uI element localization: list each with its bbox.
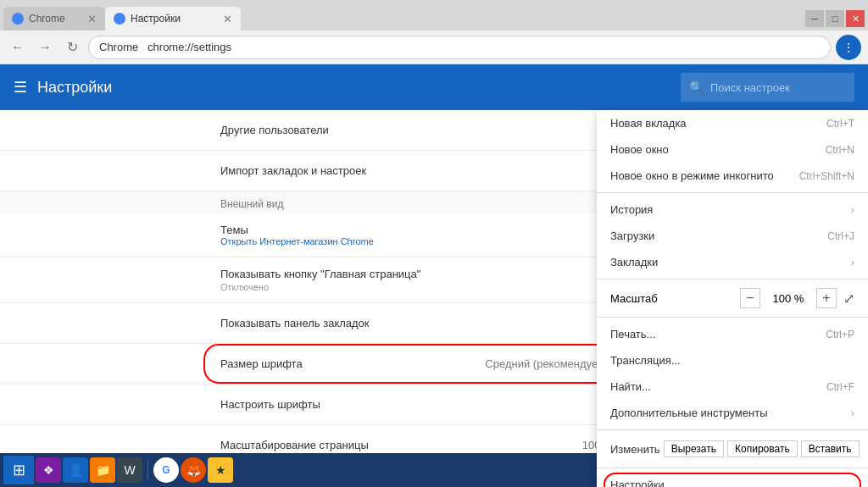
hamburger-icon[interactable]: ☰	[14, 78, 27, 97]
forward-button[interactable]: →	[34, 36, 56, 58]
settings-title: Настройки	[37, 79, 112, 97]
row-sub: Открыть Интернет-магазин Chrome	[220, 236, 627, 246]
start-icon: ⊞	[13, 461, 25, 479]
address-input[interactable]	[88, 36, 831, 59]
row-label: Масштабирование страницы	[220, 439, 582, 451]
tab-active-label: Настройки	[131, 13, 181, 25]
window-controls: ─ □ ✕	[805, 10, 865, 27]
taskbar-icon-star[interactable]: ★	[208, 457, 233, 483]
zoom-minus-button[interactable]: −	[740, 288, 760, 308]
settings-row-bookmarks-bar[interactable]: Показывать панель закладок	[0, 303, 644, 344]
taskbar-icon-1[interactable]: ❖	[36, 457, 61, 483]
tab-inactive-label: Chrome	[29, 13, 65, 25]
refresh-button[interactable]: ↻	[61, 36, 83, 58]
main-area: ☰ Настройки 🔍 Другие пользователи ›	[0, 64, 868, 487]
start-button[interactable]: ⊞	[3, 456, 34, 484]
close-button[interactable]: ✕	[846, 10, 865, 27]
settings-row-other-users[interactable]: Другие пользователи ›	[0, 110, 644, 151]
zoom-row: Масштаб − 100 % + ⤢	[597, 283, 868, 313]
menu-item-find[interactable]: Найти... Ctrl+F	[597, 374, 868, 400]
tab-favicon-active	[114, 13, 125, 25]
tab-close-inactive[interactable]: ✕	[87, 13, 97, 25]
row-label: Показывать кнопку "Главная страница"	[220, 268, 627, 280]
menu-item-more-tools[interactable]: Дополнительные инструменты ›	[597, 400, 868, 426]
zoom-label: Масштаб	[610, 292, 733, 305]
settings-row-customize-fonts[interactable]: Настроить шрифты ›	[0, 385, 644, 425]
tab-close-active[interactable]: ✕	[223, 13, 232, 25]
zoom-expand-icon[interactable]: ⤢	[843, 291, 854, 307]
tab-bar: Chrome ✕ Настройки ✕ ─ □ ✕	[0, 0, 868, 30]
row-label: Импорт закладок и настроек	[220, 164, 627, 177]
settings-row-home[interactable]: Показывать кнопку "Главная страница" Отк…	[0, 257, 644, 303]
settings-header: ☰ Настройки 🔍	[0, 64, 868, 110]
row-label: Показывать панель закладок	[220, 317, 627, 329]
taskbar-icon-3[interactable]: 📁	[90, 457, 115, 483]
back-button[interactable]: ←	[7, 36, 29, 58]
search-icon: 🔍	[689, 80, 704, 94]
menu-item-cast[interactable]: Трансляция...	[597, 347, 868, 374]
zoom-plus-button[interactable]: +	[816, 288, 837, 308]
tab-inactive[interactable]: Chrome ✕	[3, 7, 105, 30]
settings-content: Другие пользователи › Импорт закладок и …	[0, 110, 644, 487]
dropdown-menu: Новая вкладка Ctrl+T Новое окно Ctrl+N Н…	[597, 110, 868, 487]
maximize-button[interactable]: □	[826, 10, 844, 27]
divider	[597, 429, 868, 430]
row-sub: Отключено	[220, 282, 627, 292]
copy-button[interactable]: Копировать	[727, 440, 798, 457]
menu-item-bookmarks[interactable]: Закладки ›	[597, 249, 868, 275]
divider	[597, 468, 868, 468]
taskbar-separator	[147, 460, 148, 480]
edit-row: Изменить Вырезать Копировать Вставить	[597, 434, 868, 464]
search-input[interactable]	[710, 81, 846, 94]
divider	[597, 192, 868, 193]
menu-item-settings[interactable]: Настройки	[597, 472, 868, 487]
taskbar-icon-chrome[interactable]: G	[153, 457, 179, 483]
divider	[597, 317, 868, 318]
settings-row-themes[interactable]: Темы Открыть Интернет-магазин Chrome	[0, 213, 644, 257]
search-box: 🔍	[681, 73, 854, 102]
taskbar-icon-2[interactable]: 👤	[63, 457, 88, 483]
row-label: Настроить шрифты	[220, 398, 623, 411]
menu-item-new-window[interactable]: Новое окно Ctrl+N	[597, 136, 868, 163]
taskbar-icons: ❖ 👤 📁 W G 🦊 ★	[36, 457, 233, 483]
menu-item-incognito[interactable]: Новое окно в режиме инкогнито Ctrl+Shift…	[597, 163, 868, 189]
menu-item-history[interactable]: История ›	[597, 196, 868, 223]
taskbar-icon-firefox[interactable]: 🦊	[181, 457, 206, 483]
settings-row-import[interactable]: Импорт закладок и настроек	[0, 151, 644, 191]
minimize-button[interactable]: ─	[805, 10, 824, 27]
menu-item-downloads[interactable]: Загрузки Ctrl+J	[597, 223, 868, 249]
divider	[597, 279, 868, 279]
tab-favicon-inactive	[12, 13, 24, 25]
menu-item-new-tab[interactable]: Новая вкладка Ctrl+T	[597, 110, 868, 136]
settings-row-font-size[interactable]: Размер шрифта Средний (рекомендует... ▼	[0, 344, 644, 385]
paste-button[interactable]: Вставить	[801, 440, 860, 457]
section-appearance: Внешний вид	[0, 191, 644, 213]
address-bar: ← → ↻ ⋮	[0, 30, 868, 64]
row-label: Размер шрифта	[220, 357, 485, 370]
row-label: Другие пользователи	[220, 124, 623, 136]
taskbar-icon-4[interactable]: W	[117, 457, 142, 483]
zoom-value: 100 %	[767, 292, 810, 305]
menu-button[interactable]: ⋮	[836, 35, 861, 60]
cut-button[interactable]: Вырезать	[664, 440, 724, 457]
row-value: Средний (рекомендует...	[485, 357, 610, 370]
menu-item-print[interactable]: Печать... Ctrl+P	[597, 321, 868, 347]
row-label: Темы	[220, 224, 627, 236]
tab-active[interactable]: Настройки ✕	[105, 7, 241, 30]
